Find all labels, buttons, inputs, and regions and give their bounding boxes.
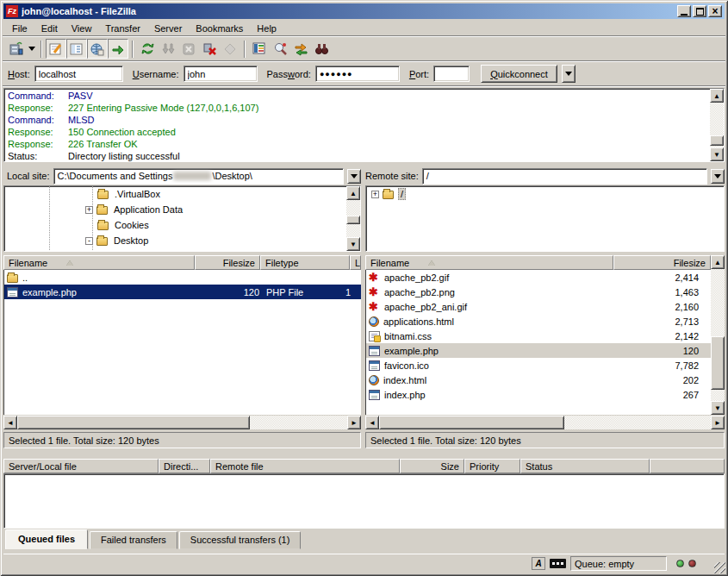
column-direction[interactable]: Directi...: [159, 459, 210, 473]
column-status[interactable]: Status: [520, 459, 650, 473]
local-site-dropdown[interactable]: [347, 169, 361, 184]
file-row[interactable]: apache_pb2.png1,463: [366, 285, 711, 299]
file-row[interactable]: applications.html2,713: [366, 314, 711, 329]
find-files-button[interactable]: [311, 39, 332, 59]
column-filename[interactable]: Filename: [3, 255, 195, 270]
local-site-combo[interactable]: C:\Documents and Settings\Desktop\: [53, 168, 344, 185]
log-vscrollbar[interactable]: ▲ ▼: [710, 89, 724, 161]
scroll-thumb[interactable]: [711, 336, 725, 390]
scroll-right-icon[interactable]: ►: [347, 416, 361, 429]
remote-list-vscrollbar[interactable]: ▲ ▼: [711, 255, 725, 415]
file-row[interactable]: apache_pb2.gif2,414: [366, 270, 711, 285]
scroll-down-icon[interactable]: ▼: [346, 237, 360, 251]
tab-queued-files[interactable]: Queued files: [5, 529, 88, 549]
toggle-remote-treeview-button[interactable]: [87, 39, 108, 59]
column-server-local-file[interactable]: Server/Local file: [3, 459, 159, 473]
refresh-icon: [140, 41, 155, 56]
scroll-thumb[interactable]: [710, 135, 724, 146]
directory-listing-filters-button[interactable]: [249, 39, 270, 59]
column-lastmodified[interactable]: L: [350, 255, 361, 270]
maximize-button[interactable]: [693, 5, 706, 17]
local-tree-vscrollbar[interactable]: ▲ ▼: [346, 186, 360, 251]
file-row-parent[interactable]: ..: [4, 270, 361, 285]
menu-server[interactable]: Server: [147, 22, 189, 35]
tree-item-virtualbox[interactable]: .VirtualBox: [4, 186, 360, 202]
username-input[interactable]: [184, 66, 258, 82]
quickconnect-dropdown[interactable]: [562, 65, 576, 83]
expand-icon[interactable]: +: [371, 191, 379, 198]
site-manager-dropdown[interactable]: [27, 39, 37, 59]
expand-icon[interactable]: +: [85, 206, 93, 214]
menu-view[interactable]: View: [65, 22, 99, 35]
redacted-username: [173, 172, 211, 180]
menu-bookmarks[interactable]: Bookmarks: [189, 22, 250, 35]
column-filesize[interactable]: Filesize: [613, 255, 711, 270]
tree-item-root[interactable]: + /: [366, 186, 724, 202]
scroll-up-icon[interactable]: ▲: [711, 255, 725, 269]
column-filename[interactable]: Filename: [365, 255, 613, 270]
column-priority[interactable]: Priority: [464, 459, 520, 473]
close-button[interactable]: ×: [708, 5, 722, 17]
menu-help[interactable]: Help: [250, 22, 283, 35]
column-filesize[interactable]: Filesize: [195, 255, 260, 270]
local-site-label: Local site:: [3, 171, 50, 181]
tab-failed-transfers[interactable]: Failed transfers: [90, 531, 177, 549]
data-type-indicator-icon[interactable]: A: [532, 557, 545, 570]
menu-file[interactable]: File: [5, 22, 34, 35]
refresh-button[interactable]: [137, 39, 158, 59]
reconnect-button[interactable]: [220, 39, 240, 59]
scroll-right-icon[interactable]: ►: [711, 416, 725, 429]
file-row[interactable]: bitnami.css2,142: [366, 329, 711, 343]
scroll-left-icon[interactable]: ◄: [3, 416, 17, 429]
column-remote-file[interactable]: Remote file: [210, 459, 400, 473]
port-input[interactable]: [433, 66, 470, 82]
toggle-message-log-button[interactable]: [46, 39, 66, 59]
scroll-thumb[interactable]: [379, 416, 564, 429]
scroll-down-icon[interactable]: ▼: [711, 401, 725, 415]
file-row[interactable]: index.html202: [366, 373, 711, 387]
open-folder-icon: [383, 191, 394, 199]
html-file-icon: [369, 316, 379, 327]
minimize-button[interactable]: [677, 5, 691, 17]
file-row[interactable]: index.php267: [366, 387, 711, 402]
host-input[interactable]: [34, 66, 123, 82]
file-row-example-php[interactable]: example.php 120 PHP File 1: [4, 285, 361, 299]
collapse-icon[interactable]: -: [85, 237, 93, 245]
column-size[interactable]: Size: [400, 459, 464, 473]
titlebar[interactable]: Fz john@localhost - FileZilla ×: [3, 3, 725, 19]
column-filetype[interactable]: Filetype: [260, 255, 350, 270]
disconnect-button[interactable]: [199, 39, 220, 59]
toggle-local-treeview-button[interactable]: [66, 39, 87, 59]
cancel-operation-button[interactable]: [178, 39, 199, 59]
tree-item-application-data[interactable]: + Application Data: [4, 202, 360, 217]
scroll-up-icon[interactable]: ▲: [710, 89, 724, 103]
activity-led-receive: [676, 560, 684, 567]
local-hscrollbar[interactable]: ◄ ►: [3, 416, 361, 429]
directory-comparison-button[interactable]: [270, 39, 290, 59]
remote-site-combo[interactable]: /: [422, 168, 707, 185]
scroll-thumb[interactable]: [346, 216, 360, 224]
scroll-down-icon[interactable]: ▼: [710, 147, 724, 161]
file-row[interactable]: favicon.ico7,782: [366, 358, 711, 373]
tab-successful-transfers[interactable]: Successful transfers (1): [179, 531, 302, 549]
password-input[interactable]: [315, 66, 400, 82]
tree-item-cookies[interactable]: Cookies: [4, 217, 360, 233]
toggle-transfer-queue-button[interactable]: [108, 39, 128, 59]
process-queue-button[interactable]: [158, 39, 178, 59]
menu-transfer[interactable]: Transfer: [98, 22, 147, 35]
speedlimit-indicator-icon[interactable]: [550, 559, 566, 568]
menu-edit[interactable]: Edit: [34, 22, 65, 35]
queue-list[interactable]: [3, 473, 725, 529]
synchronized-browsing-button[interactable]: [290, 39, 311, 59]
file-row-selected[interactable]: example.php120: [366, 343, 711, 358]
resize-grip[interactable]: [714, 562, 725, 573]
scroll-thumb[interactable]: [17, 416, 250, 429]
scroll-up-icon[interactable]: ▲: [346, 186, 360, 200]
scroll-left-icon[interactable]: ◄: [365, 416, 379, 429]
remote-hscrollbar[interactable]: ◄ ►: [365, 416, 725, 429]
remote-site-dropdown[interactable]: [711, 169, 725, 184]
site-manager-button[interactable]: [6, 39, 27, 59]
tree-item-desktop[interactable]: - Desktop: [4, 233, 360, 248]
quickconnect-button[interactable]: Quickconnect: [481, 65, 557, 83]
file-row[interactable]: apache_pb2_ani.gif2,160: [366, 299, 711, 314]
